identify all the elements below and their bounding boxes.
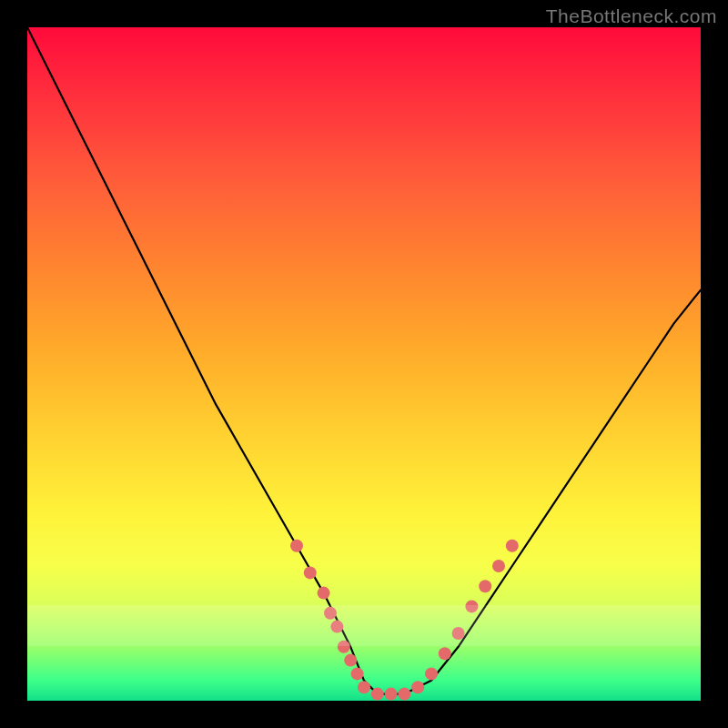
marker-dot — [439, 647, 451, 660]
marker-dot — [492, 560, 505, 572]
marker-dot — [465, 600, 478, 612]
marker-dot — [411, 681, 424, 693]
marker-dot — [452, 627, 465, 640]
marker-dot — [425, 667, 438, 680]
marker-dot — [479, 580, 491, 592]
marker-dot — [290, 540, 303, 552]
marker-dot — [358, 681, 370, 693]
bottleneck-curve — [27, 27, 701, 694]
marker-dot — [330, 621, 343, 633]
marker-dot — [398, 688, 410, 701]
curve-svg — [27, 27, 701, 701]
chart-frame: TheBottleneck.com — [0, 0, 728, 728]
marker-dot — [385, 688, 398, 701]
marker-dot — [351, 667, 364, 680]
marker-dot — [344, 654, 357, 667]
marker-dots — [290, 540, 519, 701]
plot-area — [27, 27, 701, 701]
marker-dot — [506, 540, 519, 552]
marker-dot — [318, 587, 330, 600]
watermark-label: TheBottleneck.com — [546, 5, 717, 27]
marker-dot — [338, 641, 350, 653]
marker-dot — [304, 566, 317, 579]
marker-dot — [371, 688, 384, 701]
marker-dot — [324, 607, 337, 620]
